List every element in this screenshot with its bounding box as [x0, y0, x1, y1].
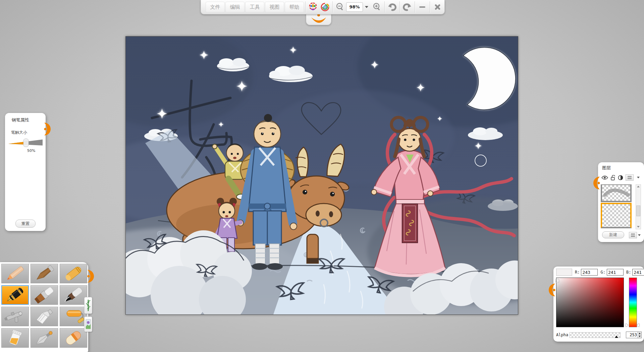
fountain-pen-icon	[2, 286, 28, 304]
b-input[interactable]	[632, 269, 644, 276]
layer-paint-thumbnail-active[interactable]	[601, 203, 632, 228]
tool-ink-brush[interactable]	[60, 285, 87, 305]
visibility-eye-icon[interactable]	[601, 175, 608, 180]
bamboo-brushes-tab[interactable]	[84, 297, 92, 314]
layers-scrollbar[interactable]	[636, 184, 641, 229]
r-input[interactable]	[581, 269, 598, 276]
tool-color-pencil[interactable]	[1, 264, 29, 283]
layer-menu-caret[interactable]	[637, 177, 640, 178]
menu-tools[interactable]: 工具	[245, 2, 264, 12]
layers-panel-drag-ear[interactable]	[593, 176, 600, 190]
rainbow-swirl-icon[interactable]	[319, 2, 331, 12]
ink-brush-icon	[61, 286, 86, 304]
slider-wedge	[8, 138, 43, 147]
r-label: R:	[575, 270, 580, 275]
brush-size-label: 笔触大小	[11, 130, 27, 135]
tool-airbrush[interactable]	[1, 307, 29, 326]
alpha-down-icon[interactable]	[639, 336, 641, 337]
crayon-icon	[61, 265, 86, 282]
minimize-icon[interactable]	[416, 2, 428, 12]
toolbar-separator	[332, 1, 333, 13]
zoom-percent-display[interactable]: 98%	[346, 2, 363, 12]
brush-size-slider[interactable]	[8, 138, 43, 147]
pastel-stick-icon	[32, 265, 57, 282]
pen-panel-title: 钢笔属性	[12, 117, 29, 123]
tool-palette-knife[interactable]	[31, 328, 58, 348]
hue-marker-right[interactable]	[637, 324, 639, 327]
redo-glyph	[402, 2, 412, 12]
zoom-in-icon[interactable]	[371, 2, 383, 12]
redo-icon[interactable]	[401, 2, 413, 12]
saturation-value-square[interactable]	[556, 278, 624, 327]
layer-list	[601, 184, 634, 229]
zoom-out-glyph	[335, 2, 345, 12]
tool-flat-brush[interactable]	[31, 285, 58, 305]
brush-size-value: 50%	[27, 149, 35, 153]
zoom-in-glyph	[372, 2, 382, 12]
close-glyph	[434, 4, 441, 10]
layer-list-menu-icon[interactable]	[626, 174, 634, 181]
toolbar-separator	[415, 1, 415, 13]
brush-cursor-ring	[475, 155, 487, 167]
zoom-dropdown-caret[interactable]	[365, 6, 368, 8]
tool-paint-roller[interactable]	[60, 307, 87, 326]
tool-glue-bottle[interactable]	[1, 328, 29, 348]
drawing-canvas[interactable]	[125, 36, 518, 315]
tool-crayon[interactable]	[60, 264, 87, 283]
sketch-preview	[602, 185, 630, 200]
tool-pastel-stick[interactable]	[31, 264, 58, 283]
layers-options-caret[interactable]	[638, 234, 641, 236]
rainbow-face-glyph	[308, 2, 318, 12]
undo-glyph	[387, 2, 397, 12]
scroll-down-icon[interactable]	[637, 226, 640, 228]
new-layer-button[interactable]: 新建	[602, 231, 624, 238]
pen-panel-drag-ear[interactable]	[44, 122, 51, 136]
close-icon[interactable]	[431, 2, 443, 12]
zoom-out-icon[interactable]	[334, 2, 346, 12]
hue-marker-left[interactable]	[626, 324, 628, 327]
layer-sketch-thumbnail[interactable]	[601, 184, 632, 202]
menu-view[interactable]: 视图	[265, 2, 284, 12]
menu-file[interactable]: 文件	[206, 2, 225, 12]
toolbar-separator	[384, 1, 385, 13]
layers-options-menu-icon[interactable]	[629, 232, 637, 238]
unlock-icon[interactable]	[610, 175, 615, 180]
scrollbar-thumb[interactable]	[636, 206, 640, 216]
toolbar-separator	[399, 1, 400, 13]
alpha-marker[interactable]	[615, 336, 618, 338]
g-input[interactable]	[607, 269, 624, 276]
rainbow-face-icon[interactable]	[307, 2, 319, 12]
alpha-slider[interactable]	[570, 332, 621, 338]
pen-properties-panel: 钢笔属性 笔触大小 50% 重置	[5, 113, 46, 231]
tool-palette-drag-ear[interactable]	[87, 269, 94, 284]
reset-button[interactable]: 重置	[15, 220, 36, 228]
eraser-icon	[61, 329, 86, 347]
color-panel-drag-ear[interactable]	[548, 283, 556, 297]
bamboo-icon	[86, 299, 91, 312]
menu-edit[interactable]: 编辑	[225, 2, 245, 12]
scroll-up-icon[interactable]	[637, 186, 640, 187]
alpha-up-icon[interactable]	[639, 333, 641, 334]
tool-paint-tube[interactable]	[31, 307, 58, 326]
stamp-pictures-tab[interactable]	[84, 316, 92, 332]
alpha-label: Alpha	[556, 333, 570, 337]
paint-roller-icon	[61, 308, 86, 325]
tool-eraser[interactable]	[60, 328, 87, 348]
toolbar-separator	[305, 1, 306, 13]
tool-fountain-pen-selected[interactable]	[1, 285, 29, 305]
b-label: B:	[626, 270, 631, 275]
hue-bar[interactable]	[629, 278, 637, 327]
current-color-swatch[interactable]	[556, 269, 572, 276]
undo-icon[interactable]	[386, 2, 398, 12]
rainbow-swirl-glyph	[320, 2, 330, 12]
color-picker-panel: R: G: B: Alpha	[553, 267, 644, 342]
qixi-illustration	[126, 37, 518, 314]
g-label: G:	[600, 270, 605, 275]
alpha-input[interactable]	[626, 333, 638, 337]
airbrush-icon	[2, 308, 28, 325]
glue-bottle-icon	[2, 329, 28, 347]
tool-grid	[1, 264, 87, 348]
alpha-spinner[interactable]	[626, 332, 642, 338]
menu-help[interactable]: 帮助	[285, 2, 304, 12]
blend-half-circle-icon[interactable]	[618, 175, 623, 180]
